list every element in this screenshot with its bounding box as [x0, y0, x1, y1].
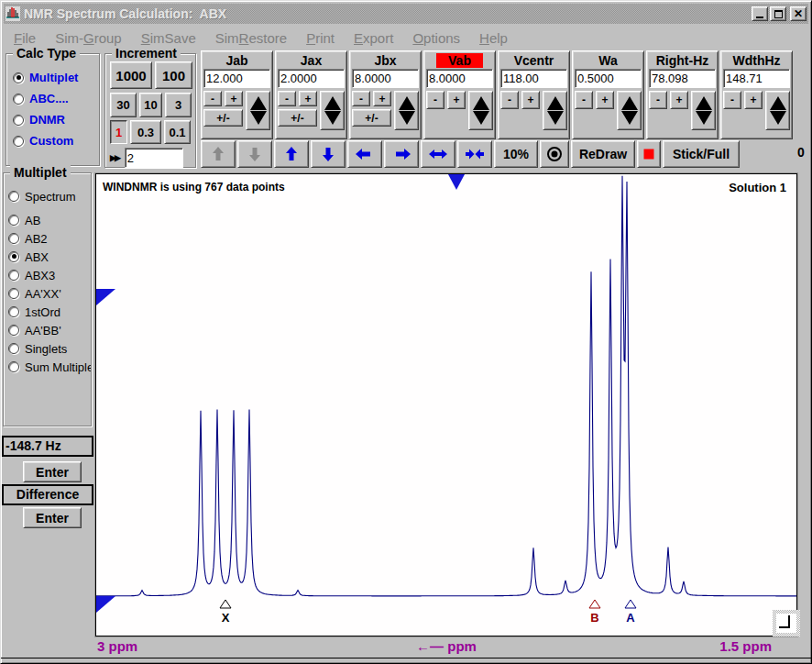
minimize-button[interactable] [752, 6, 768, 21]
param-input-jax[interactable] [278, 69, 345, 88]
decrement-button[interactable]: - [575, 91, 593, 109]
param-input-wa[interactable] [575, 69, 642, 88]
multiplet-option-ab[interactable]: AB [8, 211, 91, 229]
left-cursor-triangle-1[interactable] [96, 289, 115, 305]
decrement-button[interactable]: - [500, 91, 519, 109]
sign-toggle-button[interactable]: +/- [352, 109, 391, 127]
increment-button[interactable]: + [299, 91, 317, 106]
peak-marker-a[interactable]: A [625, 600, 636, 625]
calc-type-option-custom[interactable]: Custom [13, 130, 99, 151]
left-cursor-triangle-2[interactable] [96, 596, 115, 613]
sign-toggle-button[interactable]: +/- [203, 109, 243, 127]
scale-up-button[interactable] [274, 140, 309, 168]
value-spinner[interactable] [394, 91, 419, 130]
increment-button-3[interactable]: 3 [165, 93, 192, 117]
radio-icon [8, 306, 19, 317]
value-spinner[interactable] [617, 91, 642, 130]
increment-button-1[interactable]: 1 [110, 120, 127, 144]
param-input-jbx[interactable] [352, 69, 419, 88]
peak-marker-b[interactable]: B [589, 600, 600, 625]
multiplet-option-aa-bb[interactable]: AA'BB' [8, 321, 91, 339]
scale-down-button[interactable] [311, 140, 346, 168]
corner-zoom-widget[interactable] [773, 610, 800, 636]
multiplet-option-1stord[interactable]: 1stOrd [8, 303, 91, 321]
decrement-button[interactable]: - [649, 91, 667, 109]
increment-button[interactable]: + [447, 91, 466, 109]
stop-button[interactable] [637, 140, 661, 168]
calc-type-option-dnmr[interactable]: DNMR [13, 109, 99, 130]
decrement-button[interactable]: - [278, 91, 296, 106]
value-spinner[interactable] [246, 91, 270, 130]
increment-button-0-3[interactable]: 0.3 [130, 120, 161, 144]
decrement-button[interactable]: - [203, 91, 222, 106]
multiplet-option-sum-multiplet[interactable]: Sum Multiplet [8, 358, 91, 376]
multiplet-option-abx[interactable]: ABX [8, 248, 91, 266]
shift-right-button[interactable] [384, 140, 419, 168]
spinner-down-icon [770, 111, 786, 125]
value-spinner[interactable] [468, 91, 493, 130]
menu-item-export[interactable]: Export [354, 30, 393, 46]
increment-button-1000[interactable]: 1000 [110, 61, 152, 89]
menu-item-print[interactable]: Print [306, 30, 335, 46]
decrement-button[interactable]: - [426, 91, 444, 109]
menu-item-simrestore[interactable]: SimRestore [215, 30, 287, 46]
shift-up-small-button[interactable] [201, 140, 236, 168]
param-input-jab[interactable] [203, 69, 270, 88]
menu-item-simsave[interactable]: SimSave [141, 30, 196, 46]
expand-horizontal-button[interactable] [421, 140, 455, 168]
value-spinner[interactable] [320, 91, 345, 130]
increment-button-100[interactable]: 100 [155, 61, 192, 89]
enter-button-1[interactable]: Enter [23, 461, 82, 482]
close-button[interactable]: ✕ [790, 6, 807, 21]
stick-full-button[interactable]: Stick/Full [663, 140, 740, 168]
param-input-vab[interactable] [426, 69, 493, 88]
sign-toggle-button[interactable]: +/- [278, 109, 317, 127]
shift-down-small-button[interactable] [237, 140, 272, 168]
multiplet-option-abx3[interactable]: ABX3 [8, 266, 91, 284]
decrement-button[interactable]: - [723, 91, 741, 109]
peak-marker-x[interactable]: X [220, 600, 231, 625]
value-spinner[interactable] [765, 91, 790, 130]
title-bar[interactable]: NMR Spectrum Calculation: ABX ✕ [4, 4, 808, 24]
maximize-button[interactable] [770, 6, 786, 21]
param-input-right-hz[interactable] [649, 69, 716, 88]
increment-button[interactable]: + [521, 91, 540, 109]
value-spinner[interactable] [543, 91, 567, 130]
menu-item-help[interactable]: Help [479, 30, 508, 46]
target-button[interactable] [540, 140, 569, 168]
multiplet-option-ab2[interactable]: AB2 [8, 229, 91, 248]
menu-item-file[interactable]: File [14, 30, 36, 46]
multiplet-option-singlets[interactable]: Singlets [8, 339, 91, 358]
value-spinner[interactable] [691, 91, 716, 130]
enter-button-2[interactable]: Enter [23, 507, 82, 528]
calc-type-option-abc[interactable]: ABC.... [13, 88, 99, 109]
custom-increment-input[interactable] [125, 148, 183, 168]
axis-left-label: 3 ppm [97, 638, 137, 654]
increment-button[interactable]: + [225, 91, 243, 106]
multiplet-option-spectrum[interactable]: Spectrum [8, 187, 91, 205]
shift-left-button[interactable] [347, 140, 382, 168]
increment-button[interactable]: + [596, 91, 614, 109]
multiplet-option-aa-xx[interactable]: AA'XX' [8, 284, 91, 303]
zoom-percent-button[interactable]: 10% [494, 140, 538, 168]
calc-type-option-multiplet[interactable]: Multiplet [13, 67, 99, 88]
param-input-vcentr[interactable] [500, 69, 567, 88]
increment-button-10[interactable]: 10 [139, 93, 162, 117]
increment-button[interactable]: + [744, 91, 763, 109]
spinner-up-icon [473, 96, 489, 110]
decrement-button[interactable]: - [352, 91, 370, 106]
radio-dot-icon [543, 146, 565, 162]
menu-item-options[interactable]: Options [412, 30, 460, 46]
spectrum-plot-area[interactable]: WINDNMR is using 767 data points Solutio… [95, 173, 797, 636]
radio-icon [13, 72, 24, 83]
top-cursor-triangle[interactable] [448, 174, 465, 190]
menu-item-sim-group[interactable]: Sim-Group [55, 30, 122, 46]
arrow-up-icon [207, 146, 229, 162]
redraw-button[interactable]: ReDraw [571, 140, 635, 168]
param-input-wdthhz[interactable] [723, 69, 790, 88]
compress-horizontal-button[interactable] [457, 140, 492, 168]
increment-button[interactable]: + [373, 91, 391, 106]
increment-button[interactable]: + [670, 91, 688, 109]
increment-button-0-1[interactable]: 0.1 [164, 120, 191, 144]
increment-button-30[interactable]: 30 [110, 93, 137, 117]
